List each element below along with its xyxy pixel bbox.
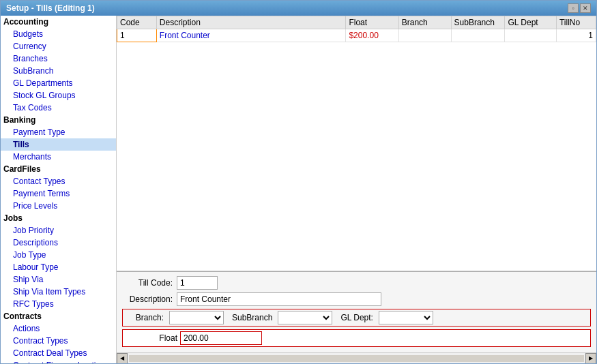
sidebar-item-subbranch[interactable]: SubBranch — [1, 65, 116, 77]
maximize-button[interactable]: ▫ — [568, 3, 579, 13]
col-header-branch: Branch — [398, 16, 451, 29]
sidebar-item-budgets[interactable]: Budgets — [1, 28, 116, 40]
sidebar-item-payment-terms[interactable]: Payment Terms — [1, 187, 116, 200]
close-button[interactable]: ✕ — [580, 3, 591, 13]
description-label: Description: — [122, 294, 177, 304]
scroll-left-button[interactable]: ◀ — [117, 353, 128, 364]
scrollbar-track — [129, 355, 584, 362]
cell-branch — [398, 29, 451, 42]
branch-row: Branch: SubBranch GL Dept: — [122, 309, 591, 327]
table-area: Code Description Float Branch SubBranch … — [117, 16, 596, 271]
branch-select[interactable] — [169, 311, 224, 324]
sidebar-section-cardfiles: CardFiles — [1, 163, 116, 175]
window-title: Setup - Tills (Editing 1) — [6, 3, 95, 13]
sidebar-item-gl-departments[interactable]: GL Departments — [1, 77, 116, 89]
form-area: Till Code: Description: Branch: SubBranc… — [117, 271, 596, 352]
cell-subbranch — [451, 29, 505, 42]
sidebar-scroll[interactable]: Accounting Budgets Currency Branches Sub… — [1, 16, 116, 363]
sidebar-item-labour-type[interactable]: Labour Type — [1, 261, 116, 273]
sidebar-item-actions[interactable]: Actions — [1, 322, 116, 335]
table-scroll[interactable]: Code Description Float Branch SubBranch … — [117, 16, 596, 271]
sidebar-section-jobs: Jobs — [1, 212, 116, 224]
bottom-scrollbar: ◀ ▶ — [117, 352, 596, 363]
float-input[interactable] — [180, 331, 262, 345]
sidebar-section-contracts: Contracts — [1, 310, 116, 322]
col-header-subbranch: SubBranch — [451, 16, 505, 29]
sidebar-item-price-levels[interactable]: Price Levels — [1, 200, 116, 212]
subbranch-label: SubBranch — [232, 313, 272, 322]
sidebar-item-contract-deal-types[interactable]: Contract Deal Types — [1, 347, 116, 359]
sidebar-item-branches[interactable]: Branches — [1, 52, 116, 65]
main-panel: Code Description Float Branch SubBranch … — [117, 16, 596, 363]
sidebar-section-banking: Banking — [1, 114, 116, 126]
sidebar-item-descriptions[interactable]: Descriptions — [1, 237, 116, 249]
sidebar-item-rfc-types[interactable]: RFC Types — [1, 298, 116, 310]
scroll-right-button[interactable]: ▶ — [585, 353, 596, 364]
cell-gldept — [505, 29, 557, 42]
window-controls: ▫ ✕ — [568, 3, 591, 13]
tills-table: Code Description Float Branch SubBranch … — [117, 16, 596, 42]
cell-description: Front Counter — [156, 29, 346, 42]
content-area: Accounting Budgets Currency Branches Sub… — [1, 16, 596, 363]
cell-float: $200.00 — [346, 29, 398, 42]
till-code-label: Till Code: — [122, 278, 177, 288]
sidebar: Accounting Budgets Currency Branches Sub… — [1, 16, 117, 363]
sidebar-item-contract-finance-inertia[interactable]: Contract Finance Inertia — [1, 359, 116, 363]
branch-label: Branch: — [126, 313, 166, 322]
col-header-float: Float — [346, 16, 398, 29]
sidebar-item-job-priority[interactable]: Job Priority — [1, 224, 116, 237]
col-header-gldept: GL Dept — [505, 16, 557, 29]
sidebar-item-tills[interactable]: Tills — [1, 138, 116, 151]
sidebar-item-tax-codes[interactable]: Tax Codes — [1, 102, 116, 114]
till-code-row: Till Code: — [122, 276, 591, 290]
till-code-input[interactable] — [177, 276, 218, 290]
float-row: Float — [122, 329, 591, 347]
sidebar-item-currency[interactable]: Currency — [1, 40, 116, 52]
col-header-description: Description — [156, 16, 346, 29]
subbranch-select[interactable] — [278, 311, 332, 324]
sidebar-item-payment-type[interactable]: Payment Type — [1, 126, 116, 138]
main-window: Setup - Tills (Editing 1) ▫ ✕ Accounting… — [0, 0, 597, 364]
table-row[interactable]: 1 Front Counter $200.00 1 — [117, 29, 596, 42]
cell-tillno: 1 — [556, 29, 596, 42]
sidebar-item-job-type[interactable]: Job Type — [1, 249, 116, 261]
sidebar-item-ship-via[interactable]: Ship Via — [1, 273, 116, 286]
description-input[interactable] — [177, 292, 381, 306]
float-label: Float — [139, 333, 180, 343]
description-row: Description: — [122, 292, 591, 306]
col-header-tillno: TillNo — [556, 16, 596, 29]
sidebar-item-merchants[interactable]: Merchants — [1, 151, 116, 163]
title-bar: Setup - Tills (Editing 1) ▫ ✕ — [1, 1, 596, 16]
col-header-code: Code — [117, 16, 157, 29]
sidebar-item-stock-gl-groups[interactable]: Stock GL Groups — [1, 89, 116, 102]
sidebar-section-accounting: Accounting — [1, 16, 116, 28]
cell-code: 1 — [117, 29, 157, 42]
sidebar-item-contract-types[interactable]: Contract Types — [1, 335, 116, 347]
gldept-select[interactable] — [379, 311, 433, 324]
gldept-label: GL Dept: — [340, 313, 373, 322]
sidebar-item-contact-types[interactable]: Contact Types — [1, 175, 116, 187]
sidebar-item-ship-via-item-types[interactable]: Ship Via Item Types — [1, 286, 116, 298]
